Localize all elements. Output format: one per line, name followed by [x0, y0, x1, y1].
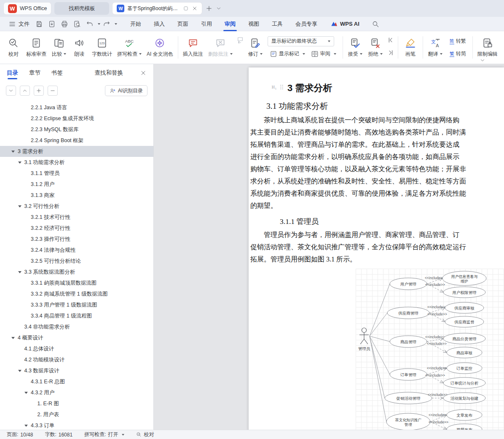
close-sidebar-icon[interactable] [140, 70, 147, 76]
spell-caret-icon[interactable] [122, 434, 124, 436]
document-tab[interactable]: W 基于SpringBoot的屿茶线上... [112, 2, 202, 15]
file-menu-button[interactable]: 文件 [5, 20, 33, 28]
reject-button[interactable]: 拒绝 [365, 36, 386, 59]
toc-item[interactable]: 3.3 系统数据流图分析 [0, 267, 153, 277]
standard-review-button[interactable]: 标准审查 [24, 36, 49, 59]
menu-tab-7[interactable]: 工具 [265, 17, 289, 31]
toc-item[interactable]: 3.2.5 可行性分析结论 [0, 256, 153, 267]
zoom-in-toc-icon[interactable] [34, 86, 44, 96]
sidebar-tab-toc[interactable]: 目录 [7, 64, 18, 82]
toc-item[interactable]: 4.3.2 用户 [0, 387, 153, 398]
toc-expand-caret[interactable] [18, 162, 21, 164]
toc-item[interactable]: 2.2.1 Java 语言 [0, 102, 153, 113]
ai-recognize-toc-button[interactable]: A AI识别目录 [105, 85, 147, 96]
toc-expand-caret[interactable] [18, 205, 21, 207]
toc-item[interactable]: 1. E-R 图 [0, 398, 153, 409]
track-changes-button[interactable]: 修订 [245, 36, 265, 59]
undo-icon[interactable] [86, 20, 94, 28]
collapse-ribbon-icon[interactable] [480, 57, 485, 63]
template-tab[interactable]: 找稻壳模板 [54, 2, 109, 15]
search-icon[interactable] [371, 20, 380, 28]
compare-button[interactable]: 比较 [49, 36, 69, 59]
proofread-indicator[interactable]: 校对 [136, 431, 154, 438]
heading-collapse-icon[interactable]: H1 [271, 83, 278, 91]
print-preview-icon[interactable] [73, 20, 81, 28]
toc-item[interactable]: 4.2 功能模块设计 [0, 354, 153, 365]
sidebar-tab-find-replace[interactable]: 查找和替换 [95, 64, 123, 82]
wps-ai-button[interactable]: WPS AI [330, 20, 359, 28]
show-markup-button[interactable]: 显示标记 [268, 49, 307, 59]
toc-item[interactable]: 3.3.2 商城系统管理 1 级数据流图 [0, 288, 153, 299]
toc-item[interactable]: 3.2.4 法律与合规性 [0, 245, 153, 256]
accept-button[interactable]: 接受 [345, 36, 365, 59]
undo-group[interactable] [83, 20, 100, 28]
toc-item[interactable]: 2. 用户表 [0, 409, 153, 420]
toc-item[interactable]: 2.2.4 Spring Boot 框架 [0, 135, 153, 146]
zoom-out-toc-icon[interactable] [48, 86, 58, 96]
toc-item[interactable]: 3 需求分析 [0, 146, 153, 157]
toc-expand-caret[interactable] [11, 337, 15, 339]
redo-group[interactable] [100, 20, 117, 28]
redo-icon[interactable] [102, 20, 111, 28]
toc-expand-caret[interactable] [18, 271, 21, 273]
toc-expand-caret[interactable] [11, 151, 15, 153]
heading-handle[interactable]: H1 [271, 83, 285, 91]
toc-expand-caret[interactable] [24, 425, 28, 427]
collapse-toc-icon[interactable] [20, 86, 30, 96]
delete-comment-button[interactable]: 删除批注 [206, 36, 235, 59]
redo-caret-icon[interactable] [115, 23, 117, 25]
paint-brush-button[interactable]: 画笔 [400, 36, 421, 59]
close-tab-icon[interactable] [192, 5, 198, 11]
next-change-icon[interactable] [387, 49, 394, 57]
toc-item[interactable]: 3.3.3 用户管理 1 级数据流图 [0, 299, 153, 310]
menu-tab-3[interactable]: 页面 [171, 17, 195, 31]
toc-item[interactable]: 3.3.1 屿茶商城顶层数据流图 [0, 277, 153, 288]
toc-item[interactable]: 3.2 可行性分析 [0, 201, 153, 212]
tab-list-icon[interactable] [216, 5, 222, 11]
toc-item[interactable]: 2.2.2 Eclipse 集成开发环境 [0, 113, 153, 124]
toc-item[interactable]: 3.2.2 经济可行性 [0, 223, 153, 234]
to-simplified-button[interactable]: 繁转简 [448, 49, 468, 59]
to-traditional-button[interactable]: 简转繁 [448, 36, 468, 46]
document-page[interactable]: H1 3 需求分析 3.1 功能需求分析 茶叶线上商城系统旨在提供一个突破时间与… [249, 67, 504, 430]
previous-change-icon[interactable] [387, 36, 394, 44]
toc-item[interactable]: 3.1 功能需求分析 [0, 157, 153, 168]
toc-item[interactable]: 3.2.1 技术可行性 [0, 212, 153, 223]
toc-item[interactable]: 3.1.2 用户 [0, 179, 153, 190]
wps-home-tab[interactable]: W WPS Office [3, 2, 51, 15]
new-tab-icon[interactable] [205, 5, 213, 12]
markup-state-select[interactable]: 显示标记的最终状态 [268, 36, 334, 46]
toc-item[interactable]: 4.1 总体设计 [0, 343, 153, 354]
export-pdf-icon[interactable] [48, 20, 56, 28]
translate-button[interactable]: 文A翻译 [425, 36, 445, 59]
menu-tab-2[interactable]: 插入 [147, 17, 171, 31]
menu-tab-6[interactable]: 视图 [242, 17, 265, 31]
save-icon[interactable] [35, 20, 43, 28]
drag-handle-icon[interactable] [278, 83, 285, 91]
menu-tab-4[interactable]: 引用 [195, 17, 218, 31]
spell-check-indicator[interactable]: 拼写检查: 打开 [84, 431, 124, 438]
toc-expand-caret[interactable] [18, 370, 21, 372]
proofread-button[interactable]: 校对 [3, 36, 24, 59]
restrict-edit-button[interactable]: 限制编辑 [475, 36, 500, 59]
menu-tab-1[interactable]: 开始 [124, 17, 147, 31]
review-pane-button[interactable]: 审阅 [309, 49, 338, 59]
toc-item[interactable]: 3.1.3 商家 [0, 190, 153, 201]
toc-item[interactable]: 4.3.3 订单 [0, 420, 153, 430]
toc-item[interactable]: 3.4 非功能需求分析 [0, 321, 153, 332]
read-aloud-button[interactable]: 朗读 [69, 36, 89, 59]
print-icon[interactable] [60, 20, 69, 28]
toc-item[interactable]: 3.3.4 商品管理 1 级流程图 [0, 310, 153, 321]
spell-check-button[interactable]: ABC拼写检查 [115, 36, 144, 59]
menu-tab-8[interactable]: 会员专享 [289, 17, 324, 31]
ai-polish-button[interactable]: AI 全文润色 [144, 36, 176, 59]
toc-item[interactable]: 4 概要设计 [0, 332, 153, 343]
toc-item[interactable]: 4.3.1 E-R 总图 [0, 376, 153, 387]
document-canvas[interactable]: H1 3 需求分析 3.1 功能需求分析 茶叶线上商城系统旨在提供一个突破时间与… [154, 64, 504, 430]
previous-comment-icon[interactable] [236, 36, 244, 44]
sidebar-tab-bookmarks[interactable]: 书签 [51, 64, 63, 82]
toc-item[interactable]: 4.3 数据库设计 [0, 365, 153, 376]
menu-tab-5[interactable]: 审阅 [218, 17, 242, 31]
sidebar-tab-chapters[interactable]: 章节 [29, 64, 40, 82]
toc-item[interactable]: 2.2.3 MySQL 数据库 [0, 124, 153, 135]
